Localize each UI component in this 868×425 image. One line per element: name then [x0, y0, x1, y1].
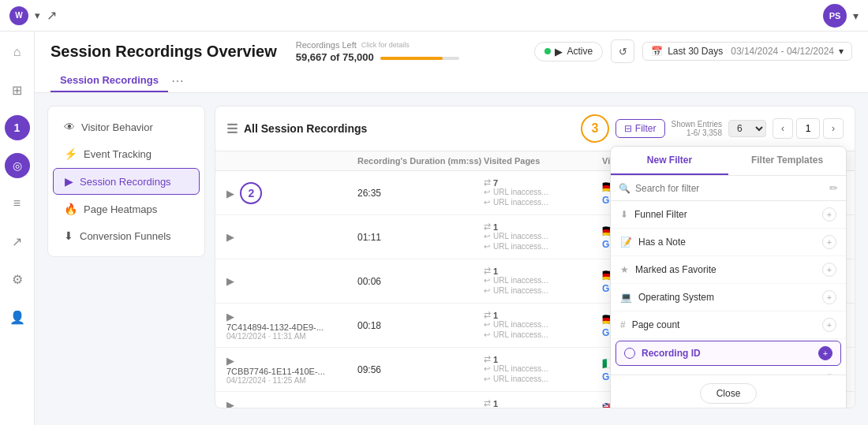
tabs-more-icon[interactable]: ⋯	[168, 73, 187, 88]
conversion-funnels-icon: ⬇	[64, 229, 73, 242]
filter-item-referrer[interactable]: 🔗Referrer URL +	[611, 367, 846, 375]
active-label: Active	[567, 46, 593, 57]
sidebar-home-icon[interactable]: ⌂	[5, 39, 30, 65]
page-url-1: URL inaccess...	[493, 364, 548, 373]
table-title: ☰ All Session Recordings	[226, 121, 367, 136]
funnel-filter-icon: ⬇	[620, 209, 628, 220]
header-right-controls: ▶ Active ↺ 📅 Last 30 Days 03/14/2024 - 0…	[534, 39, 852, 63]
add-recording-id-button[interactable]: +	[818, 346, 832, 360]
tab-session-recordings[interactable]: Session Recordings	[51, 69, 168, 92]
active-status-badge[interactable]: ▶ Active	[534, 42, 603, 62]
recording-id-text: 7C414894-1132-4DE9-...	[226, 322, 357, 332]
cell-duration: 00:06	[357, 276, 484, 287]
next-page-button[interactable]: ›	[823, 118, 844, 139]
filter-item-recording-id[interactable]: Recording ID +	[615, 341, 841, 366]
add-favorite-button[interactable]: +	[822, 263, 836, 277]
tabs: Session Recordings ⋯	[51, 69, 852, 92]
filter-item-marked-favorite[interactable]: ★Marked as Favorite +	[611, 256, 846, 284]
visitor-behavior-label: Visitor Behavior	[81, 121, 153, 133]
topbar: W ▾ ↗ PS ▾	[0, 0, 868, 32]
date-range-value: 03/14/2024 - 04/12/2024	[731, 46, 834, 57]
external-link-icon[interactable]: ↗	[47, 8, 57, 23]
badge-3: 3	[581, 114, 609, 143]
filter-item-recording-id-container: Recording ID + 4	[611, 341, 846, 366]
recordings-progress-fill	[380, 57, 443, 60]
sidebar-item-session-recordings[interactable]: ▶ Session Recordings	[53, 168, 200, 195]
refresh-button[interactable]: ↺	[611, 39, 634, 63]
recording-id-icon	[624, 348, 635, 359]
cell-duration: 01:11	[357, 232, 484, 243]
conversion-funnels-label: Conversion Funnels	[80, 230, 171, 242]
search-icon: 🔍	[619, 183, 630, 194]
add-funnel-filter-button[interactable]: +	[822, 207, 836, 222]
page-navigation: ‹ ›	[773, 118, 844, 139]
filter-item-os[interactable]: 💻Operating System +	[611, 284, 846, 311]
sidebar-list-icon[interactable]: ≡	[5, 191, 30, 216]
filter-footer: Close	[611, 375, 846, 408]
page-url-2: URL inaccess...	[493, 286, 548, 295]
table-icon: ☰	[226, 121, 238, 136]
close-filter-button[interactable]: Close	[700, 383, 758, 404]
sidebar-badge-1[interactable]: 1	[5, 115, 30, 140]
sidebar-grid-icon[interactable]: ⊞	[5, 77, 30, 103]
filter-item-has-note[interactable]: 📝Has a Note +	[611, 229, 846, 256]
filter-search-input[interactable]	[635, 183, 825, 194]
avatar-chevron[interactable]: ▾	[853, 9, 859, 22]
date-range-selector[interactable]: 📅 Last 30 Days 03/14/2024 - 04/12/2024 ▾	[642, 42, 852, 61]
sidebar-person-icon[interactable]: 👤	[5, 304, 30, 330]
page-url-2: URL inaccess...	[493, 198, 548, 207]
avatar[interactable]: PS	[823, 4, 847, 28]
table-controls: 3 ⊟ Filter Shown Entries 1-6/ 3,358	[581, 114, 844, 143]
filter-search-container: 🔍 ✏	[611, 176, 846, 201]
filter-item-label: Recording ID	[642, 348, 701, 359]
cell-recording-id: ▶	[215, 275, 357, 287]
page-url-1: URL inaccess...	[493, 188, 548, 196]
table-area: ☰ All Session Recordings 3 ⊟ Filter	[215, 106, 855, 408]
filter-item-funnel[interactable]: ⬇Funnel Filter +	[611, 201, 846, 229]
add-os-button[interactable]: +	[822, 290, 836, 304]
google-icon: G	[602, 371, 609, 382]
recordings-left-info[interactable]: Recordings Left Click for details 59,667…	[296, 40, 459, 63]
sidebar-item-page-heatmaps[interactable]: 🔥 Page Heatmaps	[53, 196, 200, 222]
filter-icon: ⊟	[624, 123, 632, 134]
filter-tab-templates[interactable]: Filter Templates	[728, 147, 846, 175]
cell-pages: ⇄1 ↩URL inaccess... ↩URL inaccess...	[484, 310, 602, 341]
filter-dropdown: New Filter Filter Templates 🔍 ✏ ⬇Funnel …	[610, 146, 847, 408]
table-header-row: ☰ All Session Recordings 3 ⊟ Filter	[215, 106, 855, 151]
shown-entries-label: Shown Entries	[672, 120, 722, 129]
sidebar-settings-icon[interactable]: ⚙	[5, 267, 30, 292]
filter-button[interactable]: ⊟ Filter	[615, 119, 665, 138]
cell-recording-id: ▶ 7C414894-1132-4DE9-... 04/12/2024 · 11…	[215, 311, 357, 341]
active-indicator	[544, 48, 551, 54]
cell-recording-id: ▶ 2	[215, 182, 357, 204]
google-icon: G	[602, 327, 609, 338]
pages-count: 7	[493, 178, 498, 188]
add-page-count-button[interactable]: +	[822, 318, 836, 332]
date-range-chevron: ▾	[839, 46, 844, 57]
prev-page-button[interactable]: ‹	[773, 118, 793, 139]
calendar-icon: 📅	[651, 46, 663, 57]
cell-pages: ⇄1 ↩URL inaccess... ↩URL inaccess...	[484, 398, 602, 408]
sidebar-active-icon[interactable]: ◎	[5, 153, 30, 178]
edit-icon[interactable]: ✏	[829, 182, 838, 194]
video-icon-6: ▶	[226, 399, 234, 408]
video-icon-3: ▶	[226, 275, 234, 287]
app-logo[interactable]: W	[9, 6, 28, 25]
content-area: 👁 Visitor Behavior ⚡ Event Tracking ▶ Se…	[35, 93, 868, 425]
video-icon: ▶	[226, 188, 234, 199]
recordings-count: 59,667 of 75,000	[296, 51, 374, 63]
play-icon: ▶	[555, 46, 563, 58]
main-layout: ⌂ ⊞ 1 ◎ ≡ ↗ ⚙ 👤 Session Recordings Overv…	[0, 32, 868, 425]
workspace-dropdown[interactable]: ▾	[35, 9, 40, 21]
page-number-input[interactable]	[796, 118, 820, 139]
main-content: Session Recordings Overview Recordings L…	[35, 32, 868, 425]
filter-item-page-count[interactable]: #Page count +	[611, 311, 846, 339]
filter-tab-new-filter[interactable]: New Filter	[611, 147, 728, 175]
sidebar-item-visitor-behavior[interactable]: 👁 Visitor Behavior	[53, 114, 200, 140]
per-page-select[interactable]: 6 10 25	[728, 120, 766, 137]
sidebar-chart-icon[interactable]: ↗	[5, 229, 30, 254]
pages-arrow-icon: ⇄	[484, 177, 491, 188]
sidebar-item-conversion-funnels[interactable]: ⬇ Conversion Funnels	[53, 223, 200, 248]
sidebar-item-event-tracking[interactable]: ⚡ Event Tracking	[53, 141, 200, 166]
add-has-note-button[interactable]: +	[822, 235, 836, 249]
